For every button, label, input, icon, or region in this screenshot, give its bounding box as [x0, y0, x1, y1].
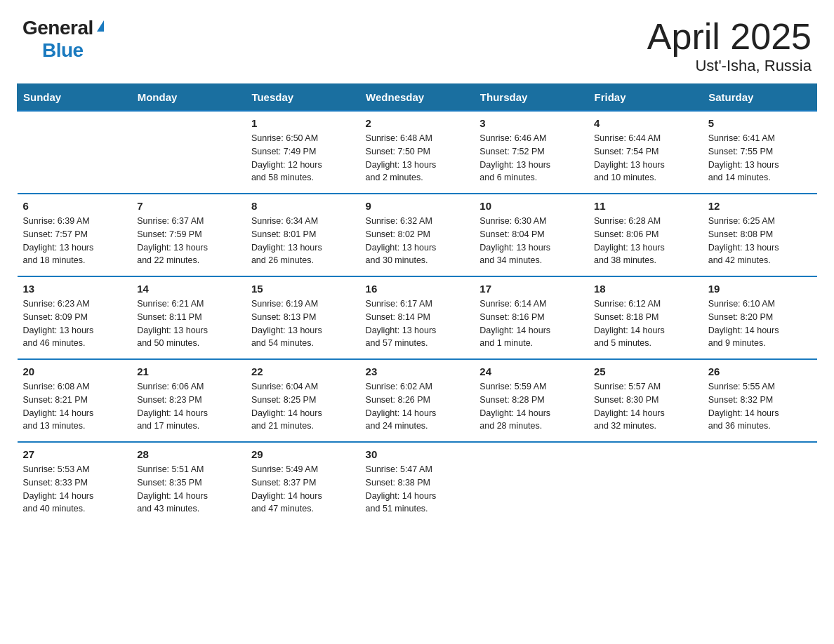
calendar-cell: [588, 442, 703, 524]
day-number: 19: [708, 283, 812, 295]
calendar-cell: [474, 442, 588, 524]
logo: General Blue: [22, 17, 104, 62]
day-info: Sunrise: 6:02 AMSunset: 8:26 PMDaylight:…: [366, 380, 469, 433]
day-number: 22: [251, 365, 355, 377]
day-info: Sunrise: 6:46 AMSunset: 7:52 PMDaylight:…: [479, 132, 583, 185]
header-friday: Friday: [588, 84, 703, 112]
day-number: 20: [23, 365, 126, 377]
calendar-cell: 23Sunrise: 6:02 AMSunset: 8:26 PMDayligh…: [360, 359, 475, 442]
header-wednesday: Wednesday: [360, 84, 475, 112]
calendar-week-row: 6Sunrise: 6:39 AMSunset: 7:57 PMDaylight…: [18, 194, 817, 276]
calendar-cell: 21Sunrise: 6:06 AMSunset: 8:23 PMDayligh…: [131, 359, 246, 442]
day-info: Sunrise: 6:28 AMSunset: 8:06 PMDaylight:…: [594, 215, 697, 267]
calendar-cell: 10Sunrise: 6:30 AMSunset: 8:04 PMDayligh…: [474, 194, 588, 276]
calendar-cell: 2Sunrise: 6:48 AMSunset: 7:50 PMDaylight…: [360, 111, 475, 194]
calendar-week-row: 13Sunrise: 6:23 AMSunset: 8:09 PMDayligh…: [18, 276, 817, 359]
logo-triangle-icon: [97, 20, 104, 32]
calendar-cell: 4Sunrise: 6:44 AMSunset: 7:54 PMDaylight…: [588, 111, 703, 194]
calendar-cell: 27Sunrise: 5:53 AMSunset: 8:33 PMDayligh…: [18, 442, 132, 524]
day-info: Sunrise: 6:32 AMSunset: 8:02 PMDaylight:…: [366, 215, 469, 267]
day-info: Sunrise: 6:12 AMSunset: 8:18 PMDaylight:…: [594, 297, 697, 350]
calendar-cell: [18, 111, 132, 194]
calendar-week-row: 20Sunrise: 6:08 AMSunset: 8:21 PMDayligh…: [18, 359, 817, 442]
header-monday: Monday: [131, 84, 246, 112]
calendar-cell: 22Sunrise: 6:04 AMSunset: 8:25 PMDayligh…: [246, 359, 360, 442]
calendar-cell: 1Sunrise: 6:50 AMSunset: 7:49 PMDaylight…: [246, 111, 360, 194]
title-block: April 2025 Ust'-Isha, Russia: [647, 17, 812, 75]
calendar-cell: [131, 111, 246, 194]
calendar-cell: 14Sunrise: 6:21 AMSunset: 8:11 PMDayligh…: [131, 276, 246, 359]
day-number: 9: [366, 200, 469, 212]
calendar-cell: 7Sunrise: 6:37 AMSunset: 7:59 PMDaylight…: [131, 194, 246, 276]
logo-general-text: General: [22, 17, 93, 39]
day-number: 21: [137, 365, 240, 377]
day-number: 12: [708, 200, 812, 212]
day-number: 5: [708, 117, 812, 129]
day-info: Sunrise: 6:44 AMSunset: 7:54 PMDaylight:…: [594, 132, 697, 185]
day-info: Sunrise: 5:59 AMSunset: 8:28 PMDaylight:…: [479, 380, 583, 433]
day-info: Sunrise: 5:55 AMSunset: 8:32 PMDaylight:…: [708, 380, 812, 433]
header-sunday: Sunday: [18, 84, 132, 112]
day-number: 6: [23, 200, 126, 212]
day-number: 18: [594, 283, 697, 295]
day-info: Sunrise: 6:21 AMSunset: 8:11 PMDaylight:…: [137, 297, 240, 350]
calendar-cell: 15Sunrise: 6:19 AMSunset: 8:13 PMDayligh…: [246, 276, 360, 359]
day-info: Sunrise: 6:14 AMSunset: 8:16 PMDaylight:…: [479, 297, 583, 350]
calendar-cell: 3Sunrise: 6:46 AMSunset: 7:52 PMDaylight…: [474, 111, 588, 194]
day-info: Sunrise: 5:47 AMSunset: 8:38 PMDaylight:…: [366, 463, 469, 516]
calendar-title: April 2025: [647, 17, 812, 57]
day-info: Sunrise: 6:37 AMSunset: 7:59 PMDaylight:…: [137, 215, 240, 267]
weekday-header-row: Sunday Monday Tuesday Wednesday Thursday…: [18, 84, 817, 112]
logo-blue-text: Blue: [42, 39, 84, 61]
day-info: Sunrise: 6:10 AMSunset: 8:20 PMDaylight:…: [708, 297, 812, 350]
calendar-header: Sunday Monday Tuesday Wednesday Thursday…: [18, 84, 817, 112]
day-number: 17: [479, 283, 583, 295]
day-number: 14: [137, 283, 240, 295]
day-number: 28: [137, 448, 240, 460]
day-number: 1: [251, 117, 355, 129]
day-info: Sunrise: 5:51 AMSunset: 8:35 PMDaylight:…: [137, 463, 240, 516]
day-info: Sunrise: 6:06 AMSunset: 8:23 PMDaylight:…: [137, 380, 240, 433]
day-info: Sunrise: 6:50 AMSunset: 7:49 PMDaylight:…: [251, 132, 355, 185]
day-info: Sunrise: 6:30 AMSunset: 8:04 PMDaylight:…: [479, 215, 583, 267]
day-number: 23: [366, 365, 469, 377]
calendar-location: Ust'-Isha, Russia: [647, 57, 812, 75]
calendar-cell: 24Sunrise: 5:59 AMSunset: 8:28 PMDayligh…: [474, 359, 588, 442]
day-info: Sunrise: 6:25 AMSunset: 8:08 PMDaylight:…: [708, 215, 812, 267]
calendar-cell: 19Sunrise: 6:10 AMSunset: 8:20 PMDayligh…: [703, 276, 817, 359]
day-number: 29: [251, 448, 355, 460]
day-number: 7: [137, 200, 240, 212]
day-info: Sunrise: 6:04 AMSunset: 8:25 PMDaylight:…: [251, 380, 355, 433]
day-info: Sunrise: 6:48 AMSunset: 7:50 PMDaylight:…: [366, 132, 469, 185]
calendar-cell: 12Sunrise: 6:25 AMSunset: 8:08 PMDayligh…: [703, 194, 817, 276]
calendar-cell: 18Sunrise: 6:12 AMSunset: 8:18 PMDayligh…: [588, 276, 703, 359]
day-number: 25: [594, 365, 697, 377]
day-number: 24: [479, 365, 583, 377]
calendar-week-row: 27Sunrise: 5:53 AMSunset: 8:33 PMDayligh…: [18, 442, 817, 524]
calendar-wrapper: Sunday Monday Tuesday Wednesday Thursday…: [0, 83, 834, 541]
day-info: Sunrise: 6:08 AMSunset: 8:21 PMDaylight:…: [23, 380, 126, 433]
day-info: Sunrise: 6:34 AMSunset: 8:01 PMDaylight:…: [251, 215, 355, 267]
header-tuesday: Tuesday: [246, 84, 360, 112]
calendar-cell: 25Sunrise: 5:57 AMSunset: 8:30 PMDayligh…: [588, 359, 703, 442]
day-number: 8: [251, 200, 355, 212]
calendar-cell: 13Sunrise: 6:23 AMSunset: 8:09 PMDayligh…: [18, 276, 132, 359]
day-number: 11: [594, 200, 697, 212]
calendar-cell: 20Sunrise: 6:08 AMSunset: 8:21 PMDayligh…: [18, 359, 132, 442]
day-info: Sunrise: 5:53 AMSunset: 8:33 PMDaylight:…: [23, 463, 126, 516]
calendar-cell: [703, 442, 817, 524]
calendar-cell: 9Sunrise: 6:32 AMSunset: 8:02 PMDaylight…: [360, 194, 475, 276]
calendar-week-row: 1Sunrise: 6:50 AMSunset: 7:49 PMDaylight…: [18, 111, 817, 194]
calendar-cell: 28Sunrise: 5:51 AMSunset: 8:35 PMDayligh…: [131, 442, 246, 524]
header-thursday: Thursday: [474, 84, 588, 112]
day-info: Sunrise: 6:41 AMSunset: 7:55 PMDaylight:…: [708, 132, 812, 185]
calendar-cell: 8Sunrise: 6:34 AMSunset: 8:01 PMDaylight…: [246, 194, 360, 276]
day-info: Sunrise: 5:49 AMSunset: 8:37 PMDaylight:…: [251, 463, 355, 516]
day-info: Sunrise: 6:39 AMSunset: 7:57 PMDaylight:…: [23, 215, 126, 267]
day-number: 16: [366, 283, 469, 295]
day-number: 4: [594, 117, 697, 129]
day-number: 13: [23, 283, 126, 295]
day-number: 26: [708, 365, 812, 377]
day-number: 15: [251, 283, 355, 295]
day-info: Sunrise: 5:57 AMSunset: 8:30 PMDaylight:…: [594, 380, 697, 433]
